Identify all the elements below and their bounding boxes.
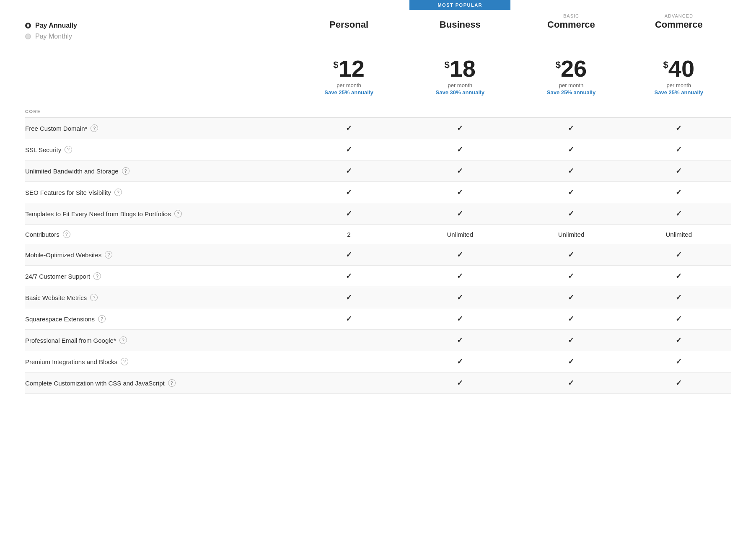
feature-val-8-1: ✓ (404, 287, 515, 308)
feature-val-5-2: Unlimited (515, 225, 627, 244)
pay-annually-label: Pay Annually (35, 22, 77, 29)
help-icon-6[interactable]: ? (105, 251, 112, 259)
section-core: CORE (25, 97, 731, 118)
help-icon-4[interactable]: ? (174, 210, 182, 217)
business-plan-name: Business (404, 19, 515, 30)
feature-val-11-3: ✓ (627, 351, 731, 372)
basic-commerce-plan-name: Commerce (515, 19, 627, 30)
pay-monthly-option[interactable]: Pay Monthly (25, 33, 293, 40)
feature-name-cell-1: SSL Security ? (25, 139, 293, 160)
help-icon-2[interactable]: ? (122, 167, 129, 175)
page-wrapper: MOST POPULAR Pay Annually (0, 0, 756, 419)
feature-val-4-2: ✓ (515, 203, 627, 225)
feature-val-8-2: ✓ (515, 287, 627, 308)
feature-val-4-3: ✓ (627, 203, 731, 225)
plan-header-basic-commerce: BASIC Commerce (515, 13, 627, 53)
feature-val-12-0 (293, 372, 404, 394)
pay-annually-option[interactable]: Pay Annually (25, 22, 293, 29)
feature-val-3-2: ✓ (515, 182, 627, 203)
core-section-label: CORE (25, 97, 731, 118)
help-icon-1[interactable]: ? (65, 146, 72, 153)
help-icon-10[interactable]: ? (119, 336, 127, 344)
help-icon-0[interactable]: ? (91, 124, 98, 132)
feature-val-12-3: ✓ (627, 372, 731, 394)
feature-name-11: Premium Integrations and Blocks ? (25, 358, 128, 365)
feature-row-contributors: Contributors ? 2 Unlimited Unlimited Unl… (25, 225, 731, 244)
feature-name-cell-5: Contributors ? (25, 225, 293, 244)
feature-val-10-1: ✓ (404, 330, 515, 351)
feature-row-ssl-security: SSL Security ? ✓ ✓ ✓ ✓ (25, 139, 731, 160)
basic-commerce-price-save: Save 25% annually (515, 89, 627, 96)
business-price-period: per month (404, 82, 515, 88)
feature-val-4-0: ✓ (293, 203, 404, 225)
feature-val-5-1: Unlimited (404, 225, 515, 244)
feature-val-1-1: ✓ (404, 139, 515, 160)
feature-row-css-js: Complete Customization with CSS and Java… (25, 372, 731, 394)
feature-name-3: SEO Features for Site Visibility ? (25, 189, 122, 196)
feature-label-9: Squarespace Extensions (25, 316, 95, 323)
feature-val-1-0: ✓ (293, 139, 404, 160)
feature-row-pro-email: Professional Email from Google* ? ✓ ✓ ✓ (25, 330, 731, 351)
basic-commerce-price-number: 26 (561, 57, 587, 80)
most-popular-row: MOST POPULAR (25, 0, 731, 13)
feature-name-cell-7: 24/7 Customer Support ? (25, 266, 293, 287)
business-price-amount: $ 18 (444, 57, 476, 80)
feature-val-6-3: ✓ (627, 244, 731, 266)
feature-val-6-2: ✓ (515, 244, 627, 266)
feature-row-free-custom-domain: Free Custom Domain* ? ✓ ✓ ✓ ✓ (25, 118, 731, 139)
help-icon-7[interactable]: ? (93, 272, 101, 280)
plan-header-business: Business (404, 13, 515, 53)
feature-name-cell-8: Basic Website Metrics ? (25, 287, 293, 308)
help-icon-3[interactable]: ? (114, 189, 122, 196)
feature-name-cell-3: SEO Features for Site Visibility ? (25, 182, 293, 203)
feature-name-10: Professional Email from Google* ? (25, 336, 127, 344)
feature-row-seo: SEO Features for Site Visibility ? ✓ ✓ ✓… (25, 182, 731, 203)
billing-toggle-cell: Pay Annually Pay Monthly (25, 13, 293, 53)
help-icon-12[interactable]: ? (168, 379, 176, 387)
feature-val-6-0: ✓ (293, 244, 404, 266)
pay-monthly-label: Pay Monthly (35, 33, 72, 40)
advanced-commerce-price-number: 40 (668, 57, 694, 80)
feature-val-11-2: ✓ (515, 351, 627, 372)
pay-annually-radio[interactable] (25, 23, 31, 28)
advanced-commerce-plan-name: Commerce (627, 19, 731, 30)
feature-val-7-0: ✓ (293, 266, 404, 287)
basic-commerce-price-amount: $ 26 (556, 57, 587, 80)
feature-name-7: 24/7 Customer Support ? (25, 272, 101, 280)
feature-label-3: SEO Features for Site Visibility (25, 189, 111, 196)
business-price-number: 18 (450, 57, 476, 80)
feature-val-0-2: ✓ (515, 118, 627, 139)
feature-label-12: Complete Customization with CSS and Java… (25, 380, 165, 387)
pay-monthly-radio[interactable] (25, 34, 31, 39)
help-icon-5[interactable]: ? (63, 230, 70, 238)
price-row: $ 12 per month Save 25% annually $ 18 (25, 53, 731, 97)
feature-val-10-0 (293, 330, 404, 351)
feature-val-0-1: ✓ (404, 118, 515, 139)
help-icon-8[interactable]: ? (90, 294, 98, 301)
feature-val-4-1: ✓ (404, 203, 515, 225)
help-icon-11[interactable]: ? (121, 358, 128, 365)
feature-name-cell-4: Templates to Fit Every Need from Blogs t… (25, 203, 293, 225)
feature-row-bandwidth: Unlimited Bandwidth and Storage ? ✓ ✓ ✓ … (25, 160, 731, 182)
pricing-table: MOST POPULAR Pay Annually (25, 0, 731, 394)
feature-label-6: Mobile-Optimized Websites (25, 251, 101, 259)
feature-name-cell-9: Squarespace Extensions ? (25, 308, 293, 330)
feature-val-11-0 (293, 351, 404, 372)
personal-price-period: per month (293, 82, 404, 88)
feature-name-6: Mobile-Optimized Websites ? (25, 251, 112, 259)
feature-label-1: SSL Security (25, 146, 61, 153)
feature-name-1: SSL Security ? (25, 146, 72, 153)
business-dollar-sign: $ (444, 59, 449, 70)
feature-name-2: Unlimited Bandwidth and Storage ? (25, 167, 129, 175)
personal-price-amount: $ 12 (333, 57, 365, 80)
feature-name-cell-2: Unlimited Bandwidth and Storage ? (25, 160, 293, 182)
feature-row-premium-integrations: Premium Integrations and Blocks ? ✓ ✓ ✓ (25, 351, 731, 372)
feature-label-5: Contributors (25, 231, 60, 238)
feature-row-templates: Templates to Fit Every Need from Blogs t… (25, 203, 731, 225)
basic-tier-label: BASIC (515, 13, 627, 18)
feature-val-5-0: 2 (293, 225, 404, 244)
help-icon-9[interactable]: ? (98, 315, 106, 323)
advanced-commerce-price-amount: $ 40 (663, 57, 695, 80)
feature-row-extensions: Squarespace Extensions ? ✓ ✓ ✓ ✓ (25, 308, 731, 330)
personal-price-cell: $ 12 per month Save 25% annually (293, 53, 404, 97)
